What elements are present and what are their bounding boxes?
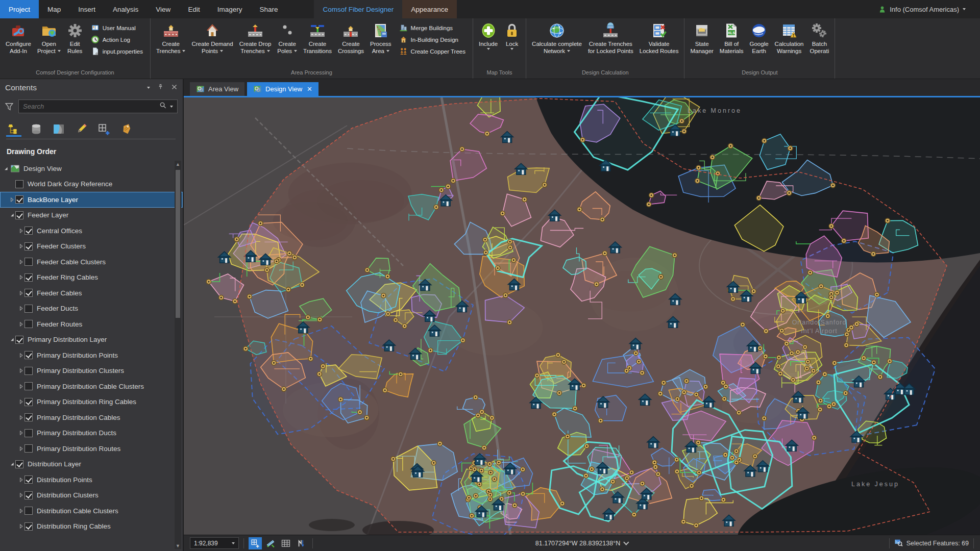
- expander-icon[interactable]: [17, 258, 24, 265]
- layer-item-primary-distribution-clusters[interactable]: Primary Distribution Clusters: [0, 363, 183, 379]
- menu-tab-view[interactable]: View: [147, 0, 179, 18]
- expander-icon[interactable]: [8, 461, 15, 468]
- pane-grid-button[interactable]: [249, 537, 262, 549]
- view-tab-area-view[interactable]: Area View: [190, 82, 244, 96]
- menu-tab-map[interactable]: Map: [39, 0, 69, 18]
- design-map[interactable]: Lake MonroeOrlando SanfordInt'l AirportL…: [184, 97, 980, 535]
- action-log-button[interactable]: Action Log: [91, 35, 143, 44]
- calculation-warnings-button[interactable]: CalculationWarnings: [772, 21, 807, 56]
- cursor-coordinates[interactable]: 81.1707294°W 28.8392138°N: [535, 540, 628, 547]
- layer-item-primary-distribution-routes[interactable]: Primary Distribution Routes: [0, 441, 183, 457]
- layer-item-primary-distribution-layer[interactable]: Primary Distribution Layer: [0, 332, 183, 348]
- expander-icon[interactable]: [17, 243, 24, 250]
- batch-operations-button[interactable]: BatchOperati: [807, 21, 832, 56]
- expander-icon[interactable]: [8, 196, 15, 203]
- layer-item-distribution-points[interactable]: Distribution Points: [0, 472, 183, 488]
- google-earth-button[interactable]: GoogleEarth: [747, 21, 772, 56]
- layer-item-backbone-layer[interactable]: BackBone Layer: [0, 192, 183, 208]
- expander-icon[interactable]: [17, 227, 24, 234]
- layer-item-design-view[interactable]: Design View: [0, 161, 183, 177]
- menu-tab-analysis[interactable]: Analysis: [104, 0, 147, 18]
- visibility-checkbox[interactable]: [24, 305, 33, 313]
- expander-icon[interactable]: [17, 414, 24, 421]
- scroll-down-icon[interactable]: ▼: [175, 542, 181, 549]
- process-area-button[interactable]: ProcessArea: [367, 21, 395, 56]
- scrollbar-thumb[interactable]: [176, 170, 180, 318]
- visibility-checkbox[interactable]: [24, 507, 33, 515]
- list-by-editing-button[interactable]: [74, 121, 89, 137]
- filter-icon[interactable]: [4, 102, 14, 112]
- create-poles-button[interactable]: CreatePoles: [274, 21, 300, 56]
- list-by-labeling-button[interactable]: [118, 121, 134, 137]
- search-icon[interactable]: [159, 102, 167, 111]
- layer-item-feeder-cable-clusters[interactable]: Feeder Cable Clusters: [0, 254, 183, 270]
- menu-tab-share[interactable]: Share: [251, 0, 286, 18]
- visibility-checkbox[interactable]: [24, 320, 33, 328]
- in-building-design-button[interactable]: In-Building Design: [399, 35, 465, 44]
- layer-item-primary-distribution-cables[interactable]: Primary Distribution Cables: [0, 410, 183, 425]
- scroll-up-icon[interactable]: ▲: [175, 161, 181, 167]
- visibility-checkbox[interactable]: [24, 242, 33, 251]
- visibility-checkbox[interactable]: [24, 398, 33, 406]
- menu-tab-edit[interactable]: Edit: [179, 0, 208, 18]
- layer-item-primary-distribution-points[interactable]: Primary Distribution Points: [0, 347, 183, 363]
- map-scale-select[interactable]: 1:92,839: [190, 537, 239, 549]
- layer-item-feeder-clusters[interactable]: Feeder Clusters: [0, 239, 183, 255]
- layer-item-distribution-layer[interactable]: Distribution Layer: [0, 457, 183, 472]
- layer-item-distribution-cable-clusters[interactable]: Distribution Cable Clusters: [0, 503, 183, 519]
- trenches-locked-points-button[interactable]: Create Trenchesfor Locked Points: [585, 21, 636, 56]
- state-manager-button[interactable]: StateManager: [687, 21, 716, 56]
- menu-tab-project[interactable]: Project: [0, 0, 39, 18]
- expander-icon[interactable]: [17, 445, 24, 452]
- create-crossings-button[interactable]: CreateCrossings: [335, 21, 367, 56]
- visibility-checkbox[interactable]: [24, 227, 33, 235]
- visibility-checkbox[interactable]: [24, 475, 33, 484]
- visibility-checkbox[interactable]: [24, 367, 33, 375]
- visibility-checkbox[interactable]: [24, 522, 33, 531]
- input-properties-button[interactable]: input.properties: [91, 47, 143, 56]
- search-box[interactable]: [18, 99, 178, 113]
- measure-tool-button[interactable]: [264, 537, 277, 549]
- visibility-checkbox[interactable]: [15, 460, 23, 468]
- visibility-checkbox[interactable]: [15, 195, 23, 204]
- visibility-checkbox[interactable]: [24, 258, 33, 266]
- pane-menu-icon[interactable]: [147, 87, 150, 89]
- layer-item-central-offices[interactable]: Central Offices: [0, 223, 183, 239]
- attribute-table-button[interactable]: [279, 537, 292, 549]
- layer-item-feeder-cables[interactable]: Feeder Cables: [0, 285, 183, 301]
- expander-icon[interactable]: [17, 476, 24, 483]
- layer-item-distribution-ring-cables[interactable]: Distribution Ring Cables: [0, 519, 183, 535]
- expander-icon[interactable]: [2, 165, 9, 172]
- lock-button[interactable]: Lock: [501, 21, 523, 52]
- merge-buildings-button[interactable]: Merge Buildings: [399, 23, 465, 32]
- expander-icon[interactable]: [17, 492, 24, 499]
- expander-icon[interactable]: [17, 305, 24, 312]
- expander-icon[interactable]: [8, 212, 15, 219]
- list-by-drawing-order-button[interactable]: [6, 121, 21, 137]
- visibility-checkbox[interactable]: [15, 336, 23, 344]
- visibility-checkbox[interactable]: [24, 351, 33, 359]
- expander-icon[interactable]: [17, 367, 24, 374]
- layer-item-feeder-ring-cables[interactable]: Feeder Ring Cables: [0, 270, 183, 286]
- layer-item-primary-distribution-ring-cables[interactable]: Primary Distribution Ring Cables: [0, 394, 183, 410]
- expander-icon[interactable]: [17, 352, 24, 359]
- visibility-checkbox[interactable]: [24, 289, 33, 297]
- menu-tab-insert[interactable]: Insert: [69, 0, 104, 18]
- view-tab-design-view[interactable]: Design View✕: [247, 82, 318, 96]
- layer-item-primary-distribution-ducts[interactable]: Primary Distribution Ducts: [0, 425, 183, 441]
- layer-item-feeder-layer[interactable]: Feeder Layer: [0, 208, 183, 223]
- pin-icon[interactable]: [157, 83, 164, 92]
- expander-icon[interactable]: [17, 274, 24, 281]
- bill-of-materials-button[interactable]: XLSBill ofMaterials: [717, 21, 747, 56]
- list-by-snapping-button[interactable]: [96, 121, 111, 137]
- validate-locked-routes-button[interactable]: ValidateLocked Routes: [636, 21, 682, 56]
- layer-item-feeder-routes[interactable]: Feeder Routes: [0, 316, 183, 332]
- menu-tab-comsof-fiber-designer[interactable]: Comsof Fiber Designer: [314, 0, 402, 18]
- create-trenches-button[interactable]: CreateTrenches: [153, 21, 189, 56]
- account-menu[interactable]: Info (Comsof Americas): [878, 0, 980, 18]
- visibility-checkbox[interactable]: [24, 273, 33, 282]
- menu-tab-imagery[interactable]: Imagery: [209, 0, 251, 18]
- selected-features[interactable]: Selected Features: 69: [894, 538, 969, 548]
- expander-icon[interactable]: [17, 320, 24, 328]
- create-transitions-button[interactable]: CreateTransitions: [300, 21, 335, 56]
